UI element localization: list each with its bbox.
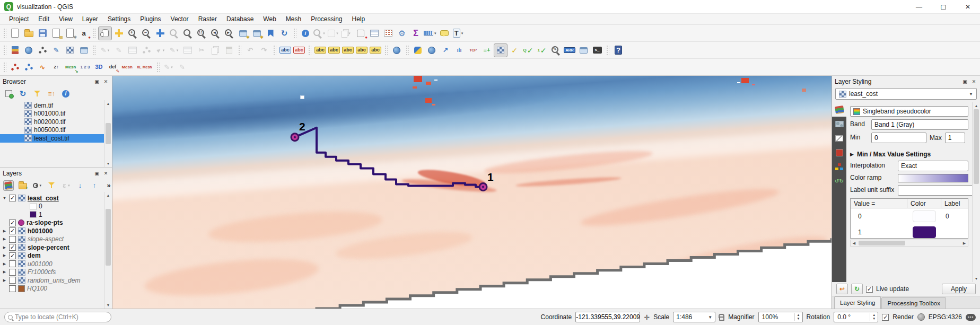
nominatim-locator[interactable] [390, 43, 404, 57]
live-update-checkbox[interactable] [866, 286, 873, 293]
select-features[interactable]: ▾ [312, 27, 326, 40]
pan-to-selection[interactable] [112, 27, 126, 40]
layers-close-icon[interactable]: ✕ [102, 171, 109, 176]
mesh-select-vertices[interactable] [22, 60, 36, 74]
refresh-browser[interactable]: ↻ [18, 89, 28, 99]
apply-button[interactable]: Apply [942, 284, 976, 294]
arr-plugin[interactable]: ARR [563, 43, 576, 57]
messages-icon[interactable]: ••• [966, 314, 976, 321]
lock-scale-icon[interactable] [719, 317, 724, 321]
layers-item[interactable]: ra-slope-pts [0, 219, 104, 227]
new-map-view[interactable]: ✱ [236, 27, 250, 40]
histogram-tab[interactable] [832, 131, 846, 145]
menu-view[interactable]: View [54, 14, 77, 24]
browser-item[interactable]: least_cost.tif [0, 134, 104, 143]
new-print-layout[interactable]: ▦ [49, 27, 63, 40]
min-input[interactable] [871, 133, 926, 143]
map-tips[interactable] [438, 27, 451, 40]
layers-item[interactable]: ▼least_cost [0, 194, 104, 203]
zoom-to-layer[interactable] [181, 27, 195, 40]
layers-item[interactable]: ▶Fr1000cfs [0, 268, 104, 277]
expand-arrow-icon[interactable]: ▶ [2, 278, 7, 283]
add-virtual-layer[interactable] [77, 43, 91, 57]
filter-legend[interactable] [46, 180, 57, 191]
style-manager[interactable]: a● [77, 27, 91, 40]
add-vector-layer[interactable] [36, 43, 49, 57]
open-project[interactable] [22, 27, 36, 40]
scroll-up-icon[interactable]: ▲ [973, 102, 980, 109]
locator-search[interactable] [4, 312, 111, 322]
toggle-editing[interactable]: ✎ [112, 43, 126, 57]
mesh-digitizing[interactable] [8, 60, 22, 74]
layer-visibility-checkbox[interactable] [9, 219, 16, 226]
menu-web[interactable]: Web [258, 14, 281, 24]
layer-diagram[interactable]: abc [292, 43, 306, 57]
check-validity[interactable]: 1✓ [535, 43, 549, 57]
resource-sharing[interactable] [425, 43, 439, 57]
layers-item[interactable]: ▶u001000 [0, 260, 104, 268]
max-input[interactable] [945, 133, 965, 143]
render-type-combo[interactable]: Singleband pseudocolor [850, 106, 968, 117]
history-tab[interactable]: ↺↻ [832, 174, 846, 188]
coordinate-input[interactable] [575, 312, 640, 322]
table-row[interactable]: 00 [851, 208, 968, 224]
statistical-summary[interactable]: Σ [409, 27, 423, 40]
undo-style-button[interactable]: ↩ [836, 284, 848, 294]
collapse-all[interactable]: ≡↑ [46, 89, 57, 99]
rotation-spinbox[interactable]: 0.0 ° ▲▼ [834, 312, 878, 322]
layers-item[interactable]: HQ100 [0, 285, 104, 293]
xl-mesh[interactable]: XL Mesh [135, 60, 154, 74]
style-manager-tab[interactable] [832, 160, 846, 174]
locate-input[interactable] [15, 313, 108, 321]
mesh-3d[interactable]: 3D [92, 60, 106, 74]
styling-layer-selector[interactable]: least_cost ▼ [835, 88, 977, 100]
tab-layer-styling[interactable]: Layer Styling [834, 296, 881, 309]
layer-labeling[interactable]: abc [278, 43, 292, 57]
identify-features[interactable]: i [299, 27, 312, 40]
layers-item[interactable]: 1 [0, 210, 104, 219]
tab-processing-toolbox[interactable]: Processing Toolbox [881, 297, 946, 309]
scroll-left-icon[interactable]: ◀ [851, 241, 858, 245]
modify-attributes[interactable]: ✎▾ [167, 43, 181, 57]
filter-browser[interactable] [32, 89, 42, 99]
expand-arrow-icon[interactable]: ▶ [2, 262, 7, 266]
styling-close-icon[interactable]: ✕ [970, 79, 977, 84]
layer-visibility-checkbox[interactable] [9, 227, 16, 234]
new-project[interactable] [8, 27, 22, 40]
rotate-label[interactable]: abc [355, 43, 369, 57]
mesh-calculator[interactable]: Mesh↘ [63, 60, 78, 74]
layer-visibility-checkbox[interactable] [9, 236, 16, 243]
cut-features[interactable]: ✂ [195, 43, 208, 57]
new-3d-map-view[interactable]: ✱ [250, 27, 264, 40]
expand-arrow-icon[interactable]: ▶ [2, 253, 7, 258]
open-attribute-table[interactable] [368, 27, 381, 40]
browser-item[interactable]: h002000.tif [0, 118, 104, 126]
browser-scrollbar[interactable]: ▲ ▼ [104, 100, 112, 167]
layer-visibility-checkbox[interactable] [9, 244, 16, 251]
add-annotation-layer[interactable]: ✎ [49, 43, 63, 57]
zoom-native[interactable]: 1:1 [195, 27, 208, 40]
color-swatch[interactable] [913, 226, 936, 238]
mesh-z-value[interactable]: z↑ [49, 60, 63, 74]
redo[interactable]: ↷ [257, 43, 271, 57]
interpolation-combo[interactable]: Exact [898, 161, 968, 171]
menu-vector[interactable]: Vector [166, 14, 194, 24]
menu-mesh[interactable]: Mesh [281, 14, 306, 24]
python-console[interactable] [411, 43, 425, 57]
menu-processing[interactable]: Processing [306, 14, 347, 24]
save-layer-edits[interactable] [126, 43, 139, 57]
collapse-all-layers[interactable]: ↑ [89, 180, 100, 191]
profile-tool[interactable]: ↗ [439, 43, 452, 57]
spinner-arrows-icon[interactable]: ▲▼ [870, 313, 878, 320]
minmax-settings-group[interactable]: ▶ Min / Max Value Settings [850, 147, 968, 158]
expand-arrow-icon[interactable]: ▼ [2, 196, 7, 200]
menu-edit[interactable]: Edit [33, 14, 54, 24]
layers-scrollbar[interactable]: ▲ ▼ [104, 192, 112, 309]
scroll-down-icon[interactable]: ▼ [973, 275, 980, 282]
measure[interactable]: ▾ [423, 27, 438, 40]
current-edits[interactable]: ✎▾ [98, 43, 112, 57]
styling-scrollbar[interactable]: ▲ ▼ [972, 102, 980, 282]
menu-database[interactable]: Database [222, 14, 258, 24]
mesh-tool[interactable]: Mesh [119, 60, 134, 74]
digitize-shape[interactable]: ✎▾ [162, 60, 176, 74]
